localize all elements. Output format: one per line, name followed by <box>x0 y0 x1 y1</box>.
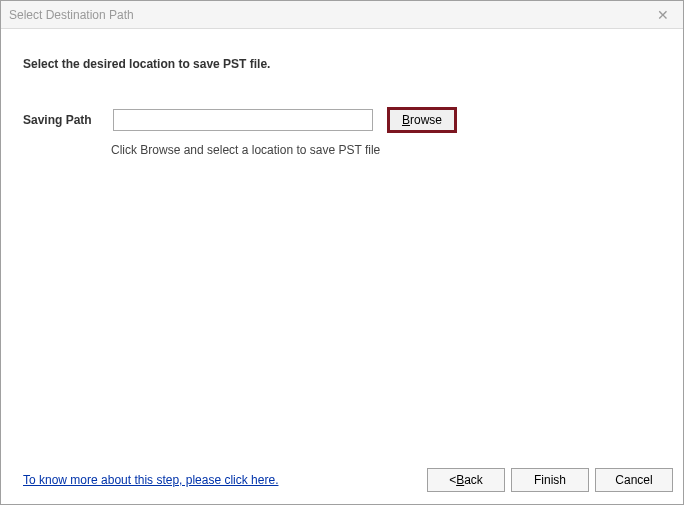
back-button[interactable]: < Back <box>427 468 505 492</box>
titlebar: Select Destination Path ✕ <box>1 1 683 29</box>
browse-button[interactable]: Browse <box>387 107 457 133</box>
back-label-rest: ack <box>464 473 483 487</box>
saving-path-label: Saving Path <box>23 113 99 127</box>
more-info-link[interactable]: To know more about this step, please cli… <box>23 473 278 487</box>
footer: To know more about this step, please cli… <box>1 456 683 504</box>
close-icon: ✕ <box>657 7 669 23</box>
browse-mnemonic: B <box>402 113 410 127</box>
wizard-buttons: < Back Finish Cancel <box>427 468 673 492</box>
back-prefix: < <box>449 473 456 487</box>
content-area: Select the desired location to save PST … <box>1 29 683 456</box>
close-button[interactable]: ✕ <box>643 1 683 29</box>
window-title: Select Destination Path <box>9 8 643 22</box>
hint-text: Click Browse and select a location to sa… <box>111 143 661 157</box>
cancel-button[interactable]: Cancel <box>595 468 673 492</box>
saving-path-input[interactable] <box>113 109 373 131</box>
browse-label-rest: rowse <box>410 113 442 127</box>
back-mnemonic: B <box>456 473 464 487</box>
saving-path-row: Saving Path Browse <box>23 107 661 133</box>
instruction-text: Select the desired location to save PST … <box>23 57 661 71</box>
finish-button[interactable]: Finish <box>511 468 589 492</box>
dialog-window: Select Destination Path ✕ Select the des… <box>0 0 684 505</box>
